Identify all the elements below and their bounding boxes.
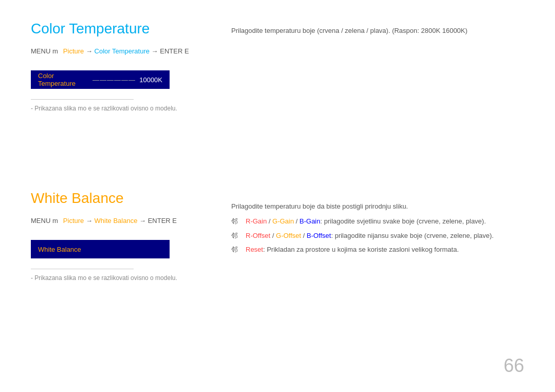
wb-picture-link: Picture: [63, 217, 84, 225]
white-balance-ui-box: White Balance: [31, 240, 170, 258]
color-temp-menu-path: MENU m Picture → Color Temperature → ENT…: [31, 47, 524, 55]
wb-icon1: 邻: [231, 215, 242, 227]
wb-arrow: →: [86, 217, 95, 225]
white-balance-note: Prikazana slika mo e se razlikovati ovis…: [31, 274, 524, 282]
reset-label: Reset: [246, 246, 263, 253]
divider-top: [31, 99, 134, 100]
color-temp-description: Prilagodite temperaturu boje (crvena / z…: [231, 26, 524, 36]
b-offset-label: B-Offset: [307, 232, 331, 239]
wb-suffix: → ENTER E: [139, 217, 177, 225]
g-offset-label: G-Offset: [276, 232, 301, 239]
wb-desc-intro: Prilagodite temperaturu boje da biste po…: [231, 200, 524, 212]
page-number: 66: [504, 355, 524, 377]
arrow1: →: [86, 47, 95, 55]
wb-menu-prefix: MENU m: [31, 217, 58, 225]
r-offset-label: R-Offset: [246, 232, 270, 239]
wb-icon3: 邻: [231, 244, 242, 255]
ui-box-label: Color Temperature: [38, 72, 89, 87]
color-temp-note: Prikazana slika mo e se razlikovati ovis…: [31, 105, 524, 112]
r-gain-label: R-Gain: [246, 217, 267, 225]
wb-row1-text: R-Gain / G-Gain / B-Gain: prilagodite sv…: [246, 215, 486, 227]
wb-ui-label: White Balance: [38, 246, 81, 253]
white-balance-description: Prilagodite temperaturu boje da biste po…: [231, 200, 524, 258]
g-gain-label: G-Gain: [272, 217, 294, 225]
wb-icon2: 邻: [231, 230, 242, 241]
color-temp-ui-box: Color Temperature —————— 10000K: [31, 70, 170, 89]
wb-link: White Balance: [95, 217, 138, 225]
wb-desc-row3: 邻 Reset: Prikladan za prostore u kojima …: [231, 244, 524, 255]
wb-row2-text: R-Offset / G-Offset / B-Offset: prilagod…: [246, 230, 494, 241]
b-gain-label: B-Gain: [300, 217, 320, 225]
divider-bottom: [31, 269, 134, 269]
wb-desc-row1: 邻 R-Gain / G-Gain / B-Gain: prilagodite …: [231, 215, 524, 227]
menu-prefix: MENU m: [31, 47, 58, 55]
color-temp-desc-text: Prilagodite temperaturu boje (crvena / z…: [231, 26, 524, 36]
suffix: → ENTER E: [152, 47, 189, 55]
wb-desc-row2: 邻 R-Offset / G-Offset / B-Offset: prilag…: [231, 230, 524, 241]
color-temp-link: Color Temperature: [95, 47, 150, 55]
picture-link: Picture: [63, 47, 84, 55]
ui-box-value: 10000K: [139, 76, 162, 84]
ui-box-dots: ——————: [89, 76, 140, 84]
wb-row3-text: Reset: Prikladan za prostore u kojima se…: [246, 244, 459, 255]
